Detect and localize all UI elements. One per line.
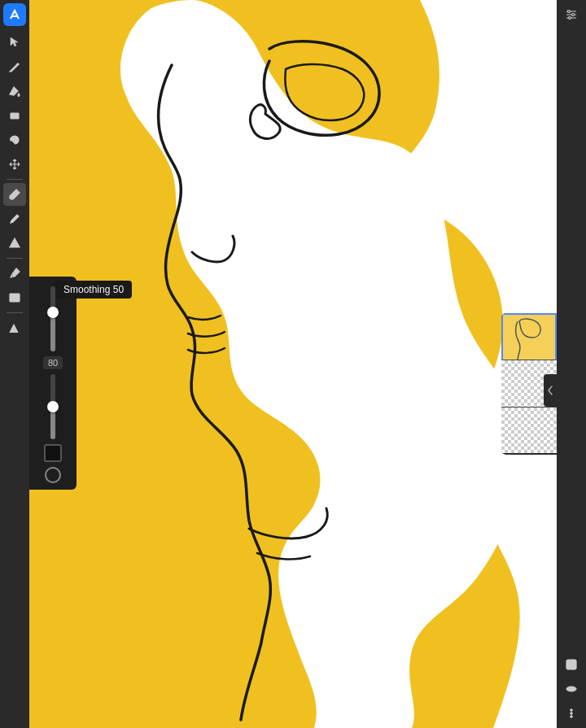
- svg-point-11: [570, 687, 574, 691]
- svg-point-14: [571, 716, 573, 718]
- tool-shape[interactable]: [3, 232, 26, 255]
- tool-selection[interactable]: [3, 31, 26, 54]
- opacity-slider[interactable]: [50, 286, 55, 351]
- svg-point-8: [572, 14, 575, 16]
- svg-rect-16: [503, 315, 557, 360]
- tool-brush[interactable]: [3, 183, 26, 206]
- drawing-canvas: [29, 0, 557, 728]
- right-tool-settings[interactable]: [560, 3, 583, 26]
- svg-point-3: [13, 276, 15, 277]
- brush-panel: 80: [29, 277, 77, 490]
- brush-color-swatch[interactable]: [44, 444, 62, 462]
- tool-pencil[interactable]: [3, 207, 26, 230]
- svg-point-13: [571, 713, 573, 715]
- right-toolbar: [557, 0, 586, 728]
- brush-opacity-circle[interactable]: [45, 467, 61, 483]
- svg-point-5: [11, 295, 13, 297]
- divider3: [7, 312, 23, 313]
- tool-move[interactable]: [3, 153, 26, 176]
- svg-point-12: [571, 709, 573, 712]
- brush-size-display: 80: [43, 356, 63, 369]
- svg-point-9: [569, 17, 571, 20]
- canvas-area[interactable]: [29, 0, 557, 728]
- tool-fill[interactable]: [3, 80, 26, 102]
- smoothing-tooltip: Smoothing 50: [55, 281, 132, 299]
- layer-panel-collapse-handle[interactable]: [544, 374, 557, 407]
- svg-point-7: [568, 11, 571, 13]
- layer-item-1[interactable]: [501, 313, 557, 360]
- right-tool-visibility[interactable]: [560, 678, 583, 700]
- left-toolbar: [0, 0, 29, 728]
- divider2: [7, 258, 23, 259]
- svg-rect-20: [501, 408, 557, 453]
- tool-extra[interactable]: [3, 316, 26, 339]
- app-icon[interactable]: [3, 3, 26, 26]
- tool-eyedropper[interactable]: [3, 262, 26, 285]
- divider: [7, 179, 23, 180]
- tool-image[interactable]: [3, 286, 26, 309]
- layer-item-3[interactable]: [501, 408, 557, 455]
- right-tool-more[interactable]: [560, 702, 583, 725]
- brush-slider[interactable]: [50, 374, 55, 439]
- right-tool-add-layer[interactable]: [560, 653, 583, 676]
- svg-point-2: [10, 196, 13, 199]
- tool-rotate[interactable]: [3, 129, 26, 151]
- tool-pen[interactable]: [3, 55, 26, 78]
- tool-eraser[interactable]: [3, 104, 26, 127]
